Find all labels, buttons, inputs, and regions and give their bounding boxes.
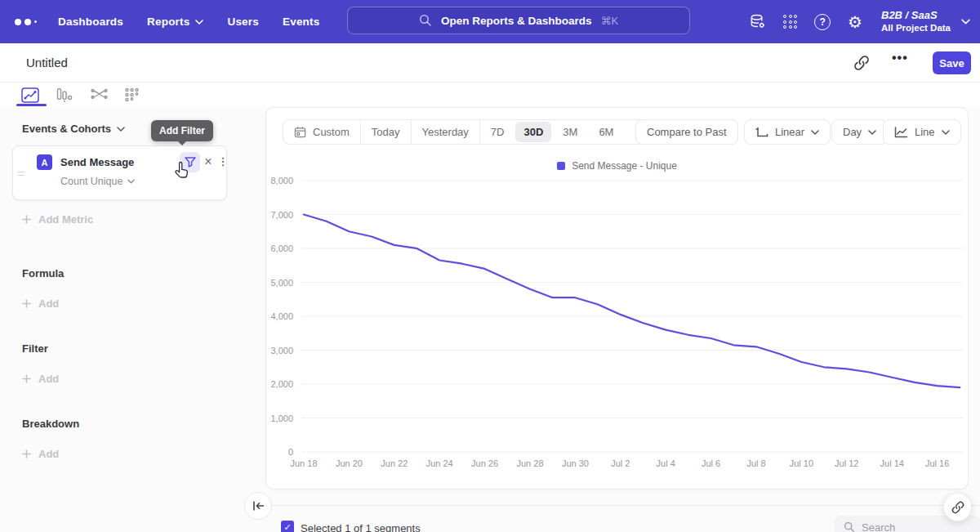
nav-reports[interactable]: Reports	[147, 16, 203, 28]
tab-flows[interactable]	[88, 85, 109, 105]
scale-selector[interactable]: Linear	[744, 119, 831, 145]
date-range-6m[interactable]: 6M	[588, 120, 624, 144]
chevron-down-icon	[127, 179, 135, 184]
line-chart-icon	[894, 127, 908, 138]
add-breakdown-label: Add	[38, 448, 59, 460]
nav-events[interactable]: Events	[283, 16, 319, 28]
plus-icon	[22, 215, 31, 224]
event-name[interactable]: Send Message	[60, 156, 134, 168]
save-button[interactable]: Save	[933, 51, 971, 74]
date-range-7d[interactable]: 7D	[480, 120, 515, 144]
date-range-3m[interactable]: 3M	[552, 120, 588, 144]
svg-text:Jun 30: Jun 30	[562, 458, 589, 468]
svg-text:1,000: 1,000	[270, 414, 293, 423]
tab-bar-chart[interactable]	[54, 85, 75, 105]
add-formula-label: Add	[38, 297, 59, 310]
more-options-icon[interactable]: •••	[892, 51, 908, 65]
project-switcher[interactable]: B2B / SaaS All Project Data	[881, 9, 951, 35]
nav-links: Dashboards Reports Users Events	[58, 16, 319, 28]
calendar-icon	[294, 126, 306, 138]
chart-type-selector[interactable]: Line	[883, 119, 961, 145]
tab-retention-grid[interactable]	[121, 85, 142, 105]
collapse-sidebar-button[interactable]	[244, 492, 272, 520]
events-cohorts-heading[interactable]: Events & Cohorts	[22, 123, 125, 135]
filter-section-title: Filter	[22, 342, 48, 355]
active-tab-underline	[16, 104, 47, 106]
date-range-custom[interactable]: Custom	[283, 120, 361, 144]
plus-icon	[22, 449, 31, 458]
svg-text:6,000: 6,000	[270, 244, 293, 253]
remove-metric-icon[interactable]: ×	[201, 153, 216, 171]
interval-label: Day	[843, 126, 862, 138]
add-metric-button[interactable]: Add Metric	[22, 213, 93, 226]
formula-section-title: Formula	[22, 267, 64, 279]
chevron-down-icon	[117, 127, 125, 132]
apps-grid-icon[interactable]	[783, 15, 797, 29]
retention-grid-tab-icon	[124, 87, 140, 103]
nav-dashboards[interactable]: Dashboards	[58, 16, 123, 28]
bottom-divider	[258, 505, 980, 506]
copy-link-icon[interactable]	[853, 54, 871, 72]
global-search-button[interactable]: Open Reports & Dashboards ⌘K	[347, 7, 690, 34]
tab-insights-line[interactable]	[20, 85, 41, 105]
events-cohorts-label: Events & Cohorts	[22, 123, 111, 135]
nav-reports-label: Reports	[147, 16, 189, 28]
breakdown-section-title: Breakdown	[22, 418, 79, 430]
plus-icon	[22, 374, 31, 383]
add-formula-button[interactable]: Add	[22, 297, 59, 310]
logo-dot	[24, 19, 31, 25]
report-title-bar: Untitled	[0, 43, 980, 83]
nav-users[interactable]: Users	[227, 16, 259, 28]
filter-funnel-icon	[185, 157, 196, 168]
interval-selector[interactable]: Day	[831, 119, 888, 145]
chevron-down-icon[interactable]	[961, 19, 970, 25]
svg-text:Jun 28: Jun 28	[516, 458, 543, 468]
svg-text:Jul 4: Jul 4	[657, 458, 675, 468]
chevron-down-icon	[868, 130, 876, 135]
date-range-30d-active[interactable]: 30D	[515, 122, 551, 142]
svg-text:Jun 24: Jun 24	[426, 458, 453, 468]
search-icon	[419, 14, 432, 27]
project-name: B2B / SaaS	[881, 9, 951, 23]
svg-text:Jun 18: Jun 18	[290, 458, 317, 468]
bar-chart-tab-icon	[56, 87, 73, 103]
date-range-yesterday[interactable]: Yesterday	[412, 120, 480, 144]
chart-card: Custom Today Yesterday 7D 30D 3M 6M 12M …	[265, 107, 969, 490]
flows-tab-icon	[91, 87, 108, 102]
data-management-icon[interactable]	[749, 13, 766, 30]
chevron-down-icon	[195, 20, 203, 25]
aggregation-selector[interactable]: Count Unique	[60, 176, 135, 187]
add-filter-tooltip: Add Filter	[151, 120, 213, 141]
segments-checkbox[interactable]: ✓	[281, 521, 294, 532]
segments-search-input[interactable]	[862, 521, 951, 532]
search-icon	[844, 521, 855, 532]
svg-text:4,000: 4,000	[270, 311, 293, 321]
settings-gear-icon[interactable]: ⚙	[848, 14, 862, 30]
drag-handle-icon[interactable]	[18, 169, 24, 178]
mixpanel-logo[interactable]	[15, 19, 44, 25]
metric-card: A Send Message × ⋮ Count Unique	[12, 145, 227, 200]
svg-text:Jul 10: Jul 10	[790, 458, 813, 468]
help-icon[interactable]: ?	[814, 14, 831, 30]
svg-text:Jul 16: Jul 16	[925, 458, 949, 468]
svg-text:0: 0	[288, 447, 293, 457]
date-range-today[interactable]: Today	[361, 120, 412, 144]
add-filter-row-button[interactable]: Add	[22, 373, 59, 385]
scale-label: Linear	[775, 126, 804, 138]
compare-to-past-button[interactable]: Compare to Past	[635, 119, 738, 145]
logo-dot	[15, 19, 21, 25]
report-title[interactable]: Untitled	[26, 56, 68, 69]
chevron-down-icon	[811, 130, 819, 135]
kebab-menu-icon[interactable]: ⋮	[217, 154, 229, 170]
aggregation-label: Count Unique	[60, 176, 122, 187]
logo-dot	[34, 20, 37, 23]
add-filter-label: Add	[38, 373, 59, 385]
project-scope: All Project Data	[881, 22, 951, 34]
svg-text:Jul 2: Jul 2	[611, 458, 630, 468]
svg-text:Jun 26: Jun 26	[471, 458, 498, 468]
share-link-button[interactable]	[943, 493, 972, 521]
add-metric-label: Add Metric	[38, 213, 93, 226]
chevron-down-icon	[942, 130, 950, 135]
add-filter-button[interactable]	[180, 152, 200, 172]
add-breakdown-button[interactable]: Add	[22, 448, 59, 460]
